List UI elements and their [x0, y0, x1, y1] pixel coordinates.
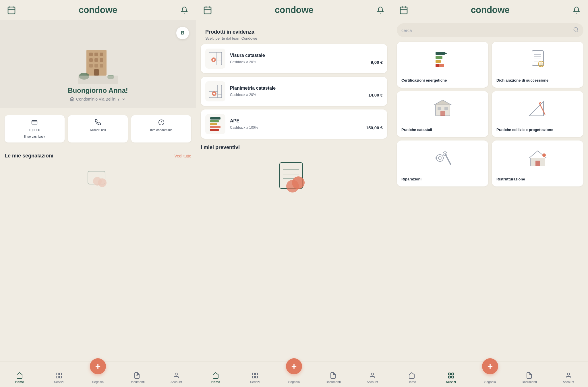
svg-rect-12: [89, 64, 93, 68]
info-label: Info condominio: [150, 128, 173, 132]
product-visura-thumb: [205, 49, 225, 69]
segnalazioni-title: Le mie segnalazioni: [5, 153, 53, 159]
bell-icon-3[interactable]: [572, 5, 581, 15]
services-grid: Certificazioni energetiche: [397, 42, 583, 186]
service-pratiche-edilizie-name: Pratiche edilizie e progettazione: [496, 128, 579, 132]
svg-rect-61: [256, 373, 258, 375]
product-ape-bottom: Cashback a 100% 150,00 €: [230, 125, 383, 130]
fab-segnala-2[interactable]: [286, 358, 302, 374]
svg-rect-30: [59, 373, 61, 375]
quick-actions: 0,00 € Il tuo cashback Numeri utili Info…: [0, 111, 196, 147]
service-riparazioni-card[interactable]: Riparazioni: [397, 140, 488, 186]
logo-1: condowe: [78, 5, 117, 15]
segnalazioni-empty: [0, 161, 196, 196]
product-planimetria-card[interactable]: Planimetria catastale Cashback a 20% 14,…: [201, 77, 387, 106]
avatar-row: B: [7, 27, 189, 39]
condo-name-text: Condominio Via Bellini 7: [76, 97, 120, 101]
nav-home-1[interactable]: Home: [0, 372, 39, 384]
svg-rect-6: [89, 53, 93, 56]
service-ristrutturazione-card[interactable]: Ristrutturazione: [492, 140, 583, 186]
nav-servizi-1[interactable]: Servizi: [39, 372, 78, 384]
nav-account-3[interactable]: Account: [549, 372, 588, 384]
svg-rect-10: [94, 58, 98, 62]
nav-account-1[interactable]: Account: [157, 372, 196, 384]
cashback-label: Il tuo cashback: [24, 134, 45, 138]
nav-servizi-3[interactable]: Servizi: [431, 372, 470, 384]
svg-rect-13: [94, 64, 98, 68]
bell-icon-1[interactable]: [180, 5, 189, 15]
product-ape-card[interactable]: APE Cashback a 100% 150,00 €: [201, 109, 387, 139]
service-pratiche-edilizie-card[interactable]: Pratiche edilizie e progettazione: [492, 91, 583, 137]
nav-account-2[interactable]: Account: [353, 372, 392, 384]
cashback-button[interactable]: 0,00 € Il tuo cashback: [5, 115, 65, 143]
ristrutturazione-illustration: [496, 145, 579, 171]
logo-2: condowe: [274, 5, 313, 15]
product-visura-card[interactable]: Visura catastale Cashback a 20% 9,00 €: [201, 44, 387, 73]
segnalazioni-header: Le mie segnalazioni Vedi tutte: [0, 147, 196, 161]
product-visura-price: 9,00 €: [371, 60, 383, 65]
service-pratiche-catastali-card[interactable]: Pratiche catastali: [397, 91, 488, 137]
avatar-initial: B: [181, 30, 184, 36]
bell-icon-2[interactable]: [376, 5, 385, 15]
search-bar[interactable]: cerca: [397, 23, 583, 37]
svg-rect-112: [448, 376, 450, 378]
nav-servizi-label-2: Servizi: [250, 380, 260, 384]
product-ape-thumb: [205, 114, 225, 134]
riparazioni-illustration: [401, 145, 484, 171]
numeri-label: Numeri utili: [90, 128, 106, 132]
nav-servizi-2[interactable]: Servizi: [235, 372, 274, 384]
svg-rect-32: [59, 376, 61, 378]
numeri-utili-button[interactable]: Numeri utili: [68, 115, 128, 143]
profile-section: B: [0, 20, 196, 108]
svg-rect-113: [452, 376, 454, 378]
fab-segnala-1[interactable]: [90, 358, 106, 374]
product-visura-bottom: Cashback a 20% 9,00 €: [230, 60, 383, 65]
nav-home-label-3: Home: [408, 380, 416, 384]
svg-rect-72: [436, 56, 442, 59]
condo-name[interactable]: Condominio Via Bellini 7: [70, 97, 126, 101]
product-ape-cashback: Cashback a 100%: [230, 126, 258, 130]
service-pratiche-catastali-name: Pratiche catastali: [401, 128, 484, 132]
nav-home-2[interactable]: Home: [196, 372, 235, 384]
greeting: Buongiorno Anna!: [68, 86, 128, 95]
svg-rect-89: [444, 107, 448, 110]
pratiche-catastali-illustration: [401, 96, 484, 122]
svg-rect-60: [252, 373, 254, 375]
nav-account-label-1: Account: [171, 380, 182, 384]
products-content: Prodotti in evidenza Scelti per te dal t…: [196, 20, 392, 387]
fab-segnala-3[interactable]: [482, 358, 498, 374]
certificazioni-illustration: [401, 46, 484, 72]
svg-rect-19: [32, 121, 37, 124]
nav-documenti-3[interactable]: Documenti: [510, 372, 549, 384]
svg-point-95: [436, 155, 443, 161]
service-dichiarazione-card[interactable]: Dichiarazione di successione: [492, 42, 583, 88]
svg-rect-73: [436, 60, 441, 63]
nav-documenti-1[interactable]: Documenti: [117, 372, 156, 384]
service-ristrutturazione-name: Ristrutturazione: [496, 177, 579, 182]
header-2: condowe: [196, 0, 392, 20]
screen-home-1: condowe B: [0, 0, 196, 387]
calendar-icon-3: [399, 5, 408, 15]
svg-line-70: [577, 31, 578, 32]
svg-rect-29: [56, 373, 58, 375]
svg-rect-7: [94, 53, 98, 56]
product-planimetria-thumb: [205, 81, 225, 101]
vedi-tutte-button[interactable]: Vedi tutte: [175, 154, 191, 158]
nav-documenti-2[interactable]: Documenti: [314, 372, 353, 384]
svg-rect-36: [204, 7, 211, 14]
service-certificazioni-card[interactable]: Certificazioni energetiche: [397, 42, 488, 88]
product-planimetria-info: Planimetria catastale Cashback a 20% 14,…: [230, 86, 383, 97]
product-visura-info: Visura catastale Cashback a 20% 9,00 €: [230, 53, 383, 65]
screen-home-2: condowe Prodotti in evidenza Scelti per …: [196, 0, 392, 387]
cashback-amount: 0,00 €: [29, 128, 40, 132]
nav-home-3[interactable]: Home: [392, 372, 431, 384]
avatar-badge[interactable]: B: [176, 27, 189, 39]
nav-documenti-label-2: Documenti: [326, 380, 341, 384]
service-riparazioni-name: Riparazioni: [401, 177, 484, 182]
nav-account-label-3: Account: [563, 380, 574, 384]
search-icon: [573, 27, 579, 34]
product-planimetria-name: Planimetria catastale: [230, 86, 383, 91]
svg-rect-14: [100, 64, 103, 68]
svg-marker-76: [444, 52, 447, 55]
info-condominio-button[interactable]: Info condominio: [131, 115, 191, 143]
